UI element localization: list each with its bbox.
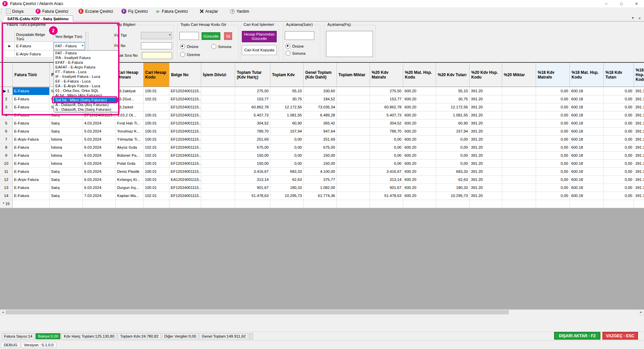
dropdown-item[interactable]: 01 - Orka Dos, Orka SQL bbox=[54, 88, 118, 93]
grid-cell-toplam_kdv[interactable]: 180,33 bbox=[270, 184, 304, 192]
grid-cell-genel_toplam[interactable]: 251,69 bbox=[304, 136, 337, 144]
grid-cell-mat18_hsp[interactable]: 600.18 bbox=[570, 184, 604, 192]
grid-cell-toplam_miktar[interactable] bbox=[337, 168, 370, 176]
grid-cell-cari_unvan[interactable]: Kırlangıç Ki... bbox=[116, 176, 144, 184]
grid-cell-cari_unvan[interactable]: Akyüz Gıda bbox=[116, 144, 144, 152]
fis-no-input[interactable] bbox=[141, 42, 172, 49]
column-header-genel_toplam[interactable]: Genel Toplam (Kdv Dahil) bbox=[304, 63, 337, 87]
grid-cell-empty[interactable] bbox=[337, 200, 370, 208]
grid-cell-empty[interactable] bbox=[83, 200, 116, 208]
grid-cell-kdv20_tutar[interactable]: 157,94 bbox=[436, 128, 470, 136]
grid-cell-kdv18_hsp[interactable]: 391.18 bbox=[634, 87, 644, 95]
dropdown-item[interactable]: EF - E-Fatura - Luca bbox=[54, 79, 118, 84]
grid-cell-fatura_tipi[interactable]: İstisna bbox=[50, 160, 83, 168]
grid-cell-kdv18_hsp[interactable]: 391.18 bbox=[634, 144, 644, 152]
grid-cell-genel_toplam[interactable]: 150,00 bbox=[304, 152, 337, 160]
grid-cell-kdv20_hsp[interactable]: 391.20 bbox=[470, 176, 502, 184]
grid-cell-toplam_tutar[interactable]: 789,70 bbox=[235, 128, 270, 136]
grid-cell-kdv18_tutar[interactable]: 0,00 bbox=[604, 87, 634, 95]
chevron-down-icon[interactable]: ▾ bbox=[82, 44, 84, 47]
grid-cell-mat18_hsp[interactable]: 600.18 bbox=[570, 119, 604, 128]
grid-cell-islem_doviz[interactable] bbox=[201, 119, 235, 128]
grid-cell-belge_tarihi[interactable]: 5.03.2024 bbox=[83, 128, 116, 136]
grid-cell-belge_tarihi[interactable]: 6.03.2024 bbox=[83, 144, 116, 152]
grid-cell-cari_kodu[interactable]: 100.01 bbox=[144, 87, 169, 95]
row-indicator[interactable]: 7 bbox=[0, 136, 13, 144]
grid-cell-belge_tarihi[interactable]: 6.03.2024 bbox=[83, 168, 116, 176]
grid-cell-kdv20_matrah[interactable]: 0,00 bbox=[370, 144, 403, 152]
dropdown-item[interactable]: S - Datasoft, Dia (Satış Faturası) bbox=[54, 107, 118, 112]
mapping-grid-col-dosyadaki[interactable]: Dosyadaki Belge Türü bbox=[15, 32, 54, 42]
grid-cell-genel_toplam[interactable]: 365,42 bbox=[304, 119, 337, 128]
grid-cell-kdv20_tutar[interactable]: 10.295,73 bbox=[436, 192, 470, 200]
grid-cell-belge_no[interactable]: EF12024001115... bbox=[169, 95, 201, 103]
grid-cell-belge_no[interactable]: EF12024001115... bbox=[169, 144, 201, 152]
grid-cell-fatura_turu[interactable]: E-Fatura bbox=[13, 184, 50, 192]
grid-cell-kdv20_hsp[interactable]: 391.20 bbox=[470, 128, 502, 136]
grid-cell-cari_unvan[interactable]: Polat Gıda bbox=[116, 160, 144, 168]
grid-cell-fatura_turu[interactable]: E-Fatura bbox=[13, 119, 50, 128]
grid-cell-toplam_miktar[interactable] bbox=[337, 103, 370, 111]
dropdown-item[interactable]: İFA - İrsaliyeli Fatura bbox=[54, 55, 118, 60]
grid-cell-islem_doviz[interactable] bbox=[201, 103, 235, 111]
grid-cell-cari_kodu[interactable]: 100.01 bbox=[144, 119, 169, 128]
grid-cell-cari_kodu[interactable]: 100.01 bbox=[144, 136, 169, 144]
scrollbar-thumb[interactable] bbox=[6, 310, 509, 314]
grid-cell-kdv18_tutar[interactable]: 0,00 bbox=[604, 128, 634, 136]
grid-cell-belge_no[interactable]: EF12024001115... bbox=[169, 152, 201, 160]
dropdown-item[interactable]: Al.fat.: Mikro (Alış Faturası) bbox=[54, 93, 118, 98]
grid-cell-belge_no[interactable]: EF12024001115... bbox=[169, 136, 201, 144]
grid-cell-empty[interactable] bbox=[403, 200, 436, 208]
grid-cell-islem_doviz[interactable] bbox=[201, 152, 235, 160]
grid-cell-mat18_hsp[interactable]: 600.18 bbox=[570, 111, 604, 119]
column-header-islem_doviz[interactable]: İşlem Dövizi bbox=[201, 63, 235, 87]
column-header-cari_kodu[interactable]: Cari Hesap Kodu bbox=[144, 63, 169, 87]
grid-cell-miktar20[interactable] bbox=[502, 192, 536, 200]
grid-cell-mat20_hsp[interactable]: 600.20 bbox=[403, 176, 436, 184]
grid-cell-kdv18_matrah[interactable]: 0,00 bbox=[536, 152, 570, 160]
guncelle-button[interactable]: Güncelle bbox=[202, 32, 220, 40]
hesap-planimdan-guncelle-button[interactable]: Hesap Planımdan Güncelle bbox=[242, 31, 277, 42]
grid-cell-kdv18_tutar[interactable]: 0,00 bbox=[604, 192, 634, 200]
grid-cell-miktar20[interactable] bbox=[502, 176, 536, 184]
grid-cell-kdv18_tutar[interactable]: 0,00 bbox=[604, 168, 634, 176]
grid-cell-cari_unvan[interactable]: 1.03.2 Ot... bbox=[116, 111, 144, 119]
grid-cell-empty[interactable] bbox=[116, 200, 144, 208]
grid-cell-miktar20[interactable] bbox=[502, 95, 536, 103]
grid-cell-kdv20_tutar[interactable]: 1.081,55 bbox=[436, 111, 470, 119]
aciklama-satir-input[interactable] bbox=[285, 31, 314, 40]
grid-cell-kdv20_hsp[interactable]: 391.20 bbox=[470, 152, 502, 160]
tab-close-icon[interactable]: × bbox=[638, 16, 641, 21]
dropdown-item[interactable]: FAT - Fatura bbox=[54, 51, 118, 55]
grid-cell-kdv18_hsp[interactable]: 391.18 bbox=[634, 160, 644, 168]
dropdown-item[interactable]: EA - E-Arşiv Fatura - Luca bbox=[54, 84, 118, 88]
grid-cell-kdv18_matrah[interactable]: 0,00 bbox=[536, 87, 570, 95]
grid-cell-kdv18_matrah[interactable]: 0,00 bbox=[536, 144, 570, 152]
grid-cell-toplam_tutar[interactable]: 313,14 bbox=[235, 176, 270, 184]
grid-cell-genel_toplam[interactable]: 330,60 bbox=[304, 87, 337, 95]
sira-no-input[interactable] bbox=[142, 52, 172, 59]
grid-cell-toplam_kdv[interactable]: 0,00 bbox=[270, 152, 304, 160]
row-indicator[interactable]: 3 bbox=[0, 103, 13, 111]
grid-cell-fatura_tipi[interactable]: Satış bbox=[50, 111, 83, 119]
grid-cell-islem_doviz[interactable] bbox=[201, 136, 235, 144]
radio-onune-satir[interactable]: Önüne bbox=[285, 44, 304, 49]
grid-cell-genel_toplam[interactable]: 947,64 bbox=[304, 128, 337, 136]
grid-cell-mat20_hsp[interactable]: 600.20 bbox=[403, 184, 436, 192]
grid-cell-belge_no[interactable]: EF12024001115... bbox=[169, 168, 201, 176]
grid-cell-kdv18_tutar[interactable]: 0,00 bbox=[604, 144, 634, 152]
grid-cell-toplam_tutar[interactable]: 275,50 bbox=[235, 87, 270, 95]
grid-cell-kdv20_hsp[interactable]: 391.20 bbox=[470, 144, 502, 152]
grid-cell-cari_unvan[interactable]: Durgun İnş... bbox=[116, 184, 144, 192]
grid-cell-kdv18_tutar[interactable]: 0,00 bbox=[604, 119, 634, 128]
grid-cell-genel_toplam[interactable]: 675,00 bbox=[304, 144, 337, 152]
radio-uzerine[interactable]: Üzerine bbox=[180, 52, 200, 57]
grid-cell-cari_unvan[interactable]: Bütüner Pa... bbox=[116, 152, 144, 160]
grid-cell-kdv20_tutar[interactable]: 0,00 bbox=[436, 144, 470, 152]
grid-cell-kdv18_tutar[interactable]: 0,00 bbox=[604, 111, 634, 119]
grid-cell-toplam_miktar[interactable] bbox=[337, 111, 370, 119]
column-header-toplam_kdv[interactable]: Toplam Kdv bbox=[270, 63, 304, 87]
grid-cell-belge_tarihi[interactable]: 6.03.2024 bbox=[83, 184, 116, 192]
grid-cell-toplam_kdv[interactable]: 0,00 bbox=[270, 136, 304, 144]
grid-cell-toplam_miktar[interactable] bbox=[337, 160, 370, 168]
